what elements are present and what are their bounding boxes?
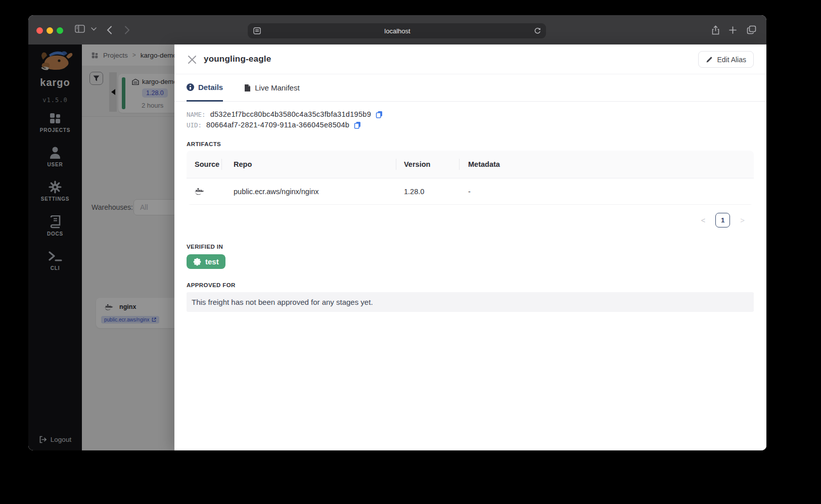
app-content: kargo v1.5.0 PROJECTS [28,44,766,450]
artifact-repo: public.ecr.aws/nginx/nginx [221,188,396,196]
name-label: NAME: [187,111,206,118]
approved-for-empty-message: This freight has not been approved for a… [187,292,754,312]
next-page-icon[interactable]: > [740,216,745,224]
col-repo: Repo [221,151,396,178]
tab-overview-icon[interactable] [747,25,756,34]
col-version: Version [396,151,459,178]
zoom-window-button[interactable] [57,27,63,34]
file-icon [244,84,251,92]
artifacts-heading: ARTIFACTS [187,141,754,147]
name-value: d532e1f7bcc80bc4b3580c4a35c3fbfa31d195b9 [210,110,371,118]
table-row: public.ecr.aws/nginx/nginx 1.28.0 - [187,178,754,205]
current-page-button[interactable]: 1 [715,213,730,227]
share-icon[interactable] [711,25,720,35]
artifact-metadata: - [459,188,754,196]
name-row: NAME: d532e1f7bcc80bc4b3580c4a35c3fbfa31… [187,110,754,118]
new-tab-icon[interactable] [729,26,737,34]
chevron-down-icon[interactable] [91,27,97,31]
freight-alias-title: youngling-eagle [204,54,271,64]
freight-details-drawer: youngling-eagle Edit Alias Details [174,44,766,450]
edit-alias-label: Edit Alias [717,56,746,64]
forward-icon[interactable] [124,26,130,34]
uid-row: UID: 80664af7-2821-4709-911a-366045e8504… [187,121,754,129]
close-icon[interactable] [188,55,197,64]
edit-alias-button[interactable]: Edit Alias [698,51,754,68]
artifact-version: 1.28.0 [396,188,459,196]
sidebar-toggle-icon[interactable] [75,25,85,33]
copy-uid-icon[interactable] [354,121,361,129]
drawer-body: NAME: d532e1f7bcc80bc4b3580c4a35c3fbfa31… [174,110,766,312]
pencil-icon [706,56,713,63]
address-bar[interactable]: localhost [248,23,546,38]
close-window-button[interactable] [36,27,43,34]
tab-live-manifest-label: Live Manifest [255,83,299,92]
stage-badge-test[interactable]: test [187,254,225,269]
copy-name-icon[interactable] [376,111,383,118]
page-format-icon[interactable] [253,27,261,34]
info-icon [187,83,194,91]
pagination: < 1 > [187,213,754,227]
prev-page-icon[interactable]: < [701,216,705,224]
approved-for-heading: APPROVED FOR [187,282,754,288]
drawer-header: youngling-eagle Edit Alias [174,44,766,74]
col-source: Source [187,151,221,178]
artifacts-table-header: Source Repo Version Metadata [187,151,754,178]
tab-details[interactable]: Details [187,74,223,102]
docker-icon [195,188,204,195]
col-metadata: Metadata [459,151,754,178]
reload-icon[interactable] [534,27,541,35]
stage-name: test [205,257,219,266]
minimize-window-button[interactable] [47,27,53,34]
back-icon[interactable] [107,26,112,34]
screenshot-stage: localhost [0,0,821,504]
url-text: localhost [261,27,534,35]
verified-in-heading: VERIFIED IN [187,244,754,250]
tab-live-manifest[interactable]: Live Manifest [244,74,299,101]
stage-flower-icon [193,258,201,266]
tab-details-label: Details [198,83,223,91]
uid-label: UID: [187,121,202,129]
browser-window: localhost [28,15,766,450]
drawer-tabs: Details Live Manifest [174,74,766,102]
browser-titlebar: localhost [28,15,766,44]
uid-value: 80664af7-2821-4709-911a-366045e8504b [206,121,349,129]
artifacts-table: Source Repo Version Metadata [187,151,754,205]
